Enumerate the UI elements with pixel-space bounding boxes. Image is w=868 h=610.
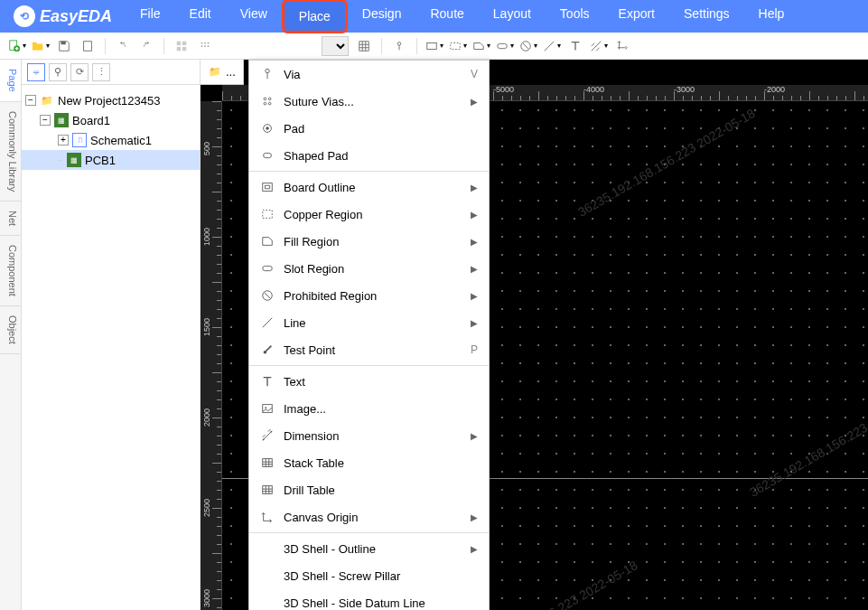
svg-point-19 (266, 69, 269, 72)
line-tool[interactable]: ▾ (542, 36, 562, 56)
origin-tool[interactable] (612, 36, 632, 56)
canvas-tab-main[interactable]: 📁 ... (201, 60, 244, 84)
svg-rect-5 (182, 41, 186, 44)
via-tool[interactable] (389, 36, 409, 56)
place-suture-vias-[interactable]: Suture Vias...▶ (249, 88, 489, 115)
menu-item-label: Shaped Pad (284, 149, 478, 163)
layer-select[interactable] (322, 36, 349, 56)
tree-project[interactable]: − 📁 New Project123453 (22, 90, 200, 110)
ruler-tick: -2000 (764, 85, 785, 94)
folder-icon: 📁 (40, 93, 54, 108)
place-fill-region[interactable]: Fill Region▶ (249, 228, 489, 255)
tree-project-label: New Project123453 (58, 94, 160, 108)
place-via[interactable]: ViaV (249, 61, 489, 88)
slot-tool[interactable]: ▾ (495, 36, 515, 56)
undo-button[interactable] (113, 36, 133, 56)
filter-button[interactable]: ⫧ (27, 63, 45, 81)
prohibited-tool[interactable]: ▾ (518, 36, 538, 56)
menu-place[interactable]: Place (282, 0, 348, 33)
new-file-button[interactable]: ▾ (7, 36, 27, 56)
place-text[interactable]: Text (249, 368, 489, 395)
grid-toggle-button[interactable] (354, 36, 374, 56)
menu-route[interactable]: Route (415, 0, 478, 33)
svg-point-9 (204, 42, 206, 43)
svg-rect-36 (263, 459, 273, 467)
place-3d-shell-side-datum-line[interactable]: 3D Shell - Side Datum Line (249, 589, 489, 610)
expand-icon[interactable]: + (58, 135, 69, 145)
side-tab-net[interactable]: Net (0, 202, 21, 236)
side-tab-commonly-library[interactable]: Commonly Library (0, 102, 21, 202)
grid-button[interactable] (172, 36, 191, 56)
submenu-arrow-icon: ▶ (471, 237, 478, 247)
svg-point-8 (201, 42, 203, 43)
place-stack-table[interactable]: Stack Table (249, 449, 489, 476)
menu-export[interactable]: Export (604, 0, 669, 33)
menu-design[interactable]: Design (348, 0, 416, 33)
place-canvas-origin[interactable]: Canvas Origin▶ (249, 503, 489, 530)
table-icon (260, 483, 275, 497)
place-slot-region[interactable]: Slot Region▶ (249, 255, 489, 282)
menu-help[interactable]: Help (744, 0, 799, 33)
refresh-button[interactable]: ⟳ (70, 63, 89, 81)
fill-tool[interactable]: ▾ (471, 36, 491, 56)
menu-layout[interactable]: Layout (479, 0, 546, 33)
svg-rect-37 (263, 486, 273, 494)
tree-schematic[interactable]: + ⎍ Schematic1 (22, 130, 200, 150)
menu-file[interactable]: File (126, 0, 175, 33)
place-test-point[interactable]: Test PointP (249, 336, 489, 363)
side-tabs: PageCommonly LibraryNetComponentObject (0, 60, 22, 610)
menu-item-label: Dimension (284, 429, 462, 443)
place-3d-shell-outline[interactable]: 3D Shell - Outline▶ (249, 535, 489, 562)
tree-menu-button[interactable]: ⋮ (92, 63, 110, 81)
submenu-arrow-icon: ▶ (471, 264, 478, 274)
dimension-icon (260, 428, 275, 443)
menu-item-label: Fill Region (284, 235, 462, 249)
open-button[interactable]: ▾ (31, 36, 51, 56)
tree-pcb[interactable]: ┈ ▦ PCB1 (22, 150, 200, 170)
place-pad[interactable]: Pad (249, 115, 489, 142)
ruler-tick: -3000 (674, 85, 695, 94)
side-tab-component[interactable]: Component (0, 236, 21, 306)
place-prohibited-region[interactable]: Prohibited Region▶ (249, 282, 489, 309)
text-tool[interactable] (565, 36, 585, 56)
side-tab-page[interactable]: Page (0, 60, 21, 102)
ruler-tick: -4000 (583, 85, 604, 94)
search-tree-button[interactable]: ⚲ (49, 63, 67, 81)
menu-edit[interactable]: Edit (175, 0, 226, 33)
line-icon (260, 315, 275, 330)
place-board-outline[interactable]: Board Outline▶ (249, 174, 489, 201)
print-button[interactable] (78, 36, 98, 56)
place-dimension[interactable]: Dimension▶ (249, 422, 489, 449)
copper-tool[interactable]: ▾ (448, 36, 468, 56)
dimension-tool[interactable]: ▾ (589, 36, 609, 56)
save-button[interactable] (54, 36, 74, 56)
rect-tool[interactable]: ▾ (425, 36, 444, 56)
menu-item-label: Copper Region (284, 208, 462, 221)
menu-item-label: Text (284, 375, 478, 389)
tree-board[interactable]: − ▦ Board1 (22, 110, 200, 130)
place-3d-shell-screw-pillar[interactable]: 3D Shell - Screw Pillar (249, 562, 489, 589)
place-image-[interactable]: Image... (249, 395, 489, 422)
place-line[interactable]: Line▶ (249, 309, 489, 336)
ruler-tick: -5000 (493, 85, 514, 94)
menu-tools[interactable]: Tools (546, 0, 604, 33)
tree-schematic-label: Schematic1 (90, 134, 152, 147)
svg-rect-15 (427, 42, 437, 49)
board-icon: ▦ (54, 113, 69, 127)
place-copper-region[interactable]: Copper Region▶ (249, 201, 489, 228)
menu-settings[interactable]: Settings (669, 0, 744, 33)
collapse-icon[interactable]: − (25, 95, 36, 106)
logo[interactable]: ⟲ EasyEDA (0, 5, 126, 27)
tree-header: ⫧ ⚲ ⟳ ⋮ (22, 60, 200, 85)
side-tab-object[interactable]: Object (0, 306, 21, 354)
pcb-icon: ▦ (67, 153, 81, 167)
submenu-arrow-icon: ▶ (471, 210, 478, 220)
collapse-icon[interactable]: − (40, 115, 51, 126)
submenu-arrow-icon: ▶ (471, 291, 478, 301)
place-shaped-pad[interactable]: Shaped Pad (249, 142, 489, 169)
submenu-arrow-icon: ▶ (471, 97, 478, 107)
menu-view[interactable]: View (226, 0, 282, 33)
place-drill-table[interactable]: Drill Table (249, 476, 489, 503)
redo-button[interactable] (136, 36, 156, 56)
dots-button[interactable] (195, 36, 215, 56)
